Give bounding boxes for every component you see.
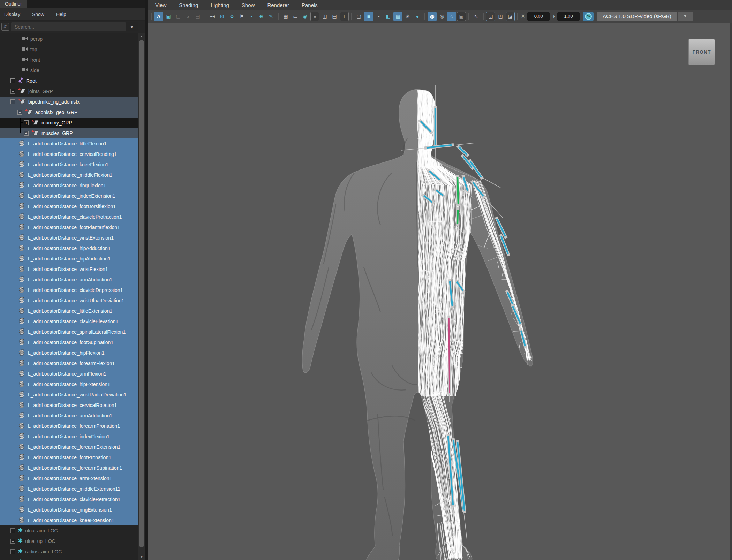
outliner-row[interactable]: L_adnLocatorDistance_hipAbduction1: [0, 253, 138, 264]
outliner-row[interactable]: +mummy_GRP: [0, 118, 138, 128]
outliner-row[interactable]: L_adnLocatorDistance_wristUlnarDeviation…: [0, 295, 138, 306]
gamma-field[interactable]: 1.00: [557, 12, 580, 21]
scroll-up-icon[interactable]: ▲: [138, 33, 145, 39]
expand-icon[interactable]: +: [24, 131, 29, 136]
anti-aliasing-icon[interactable]: ◌: [447, 12, 456, 21]
grease-pencil-icon[interactable]: ✎: [266, 12, 276, 21]
color-management-toggle[interactable]: ON: [583, 12, 594, 21]
grid-icon[interactable]: ▦: [281, 12, 290, 21]
letter-a-toggle-icon[interactable]: A: [154, 12, 163, 21]
depth-of-field-icon[interactable]: ▣: [457, 12, 466, 21]
outliner-row[interactable]: L_adnLocatorDistance_clavicleProtraction…: [0, 212, 138, 222]
outliner-row[interactable]: L_adnLocatorDistance_kneeExtension1: [0, 515, 138, 525]
viewport-canvas[interactable]: FRONT: [148, 23, 732, 560]
colorspace-dropdown-arrow-icon[interactable]: ▼: [678, 12, 693, 21]
shaded-cube-icon[interactable]: ■: [364, 12, 373, 21]
scroll-down-icon[interactable]: ▼: [138, 554, 145, 560]
expand-icon[interactable]: +: [10, 539, 15, 544]
outliner-row[interactable]: L_adnLocatorDistance_ringExtension1: [0, 505, 138, 515]
outliner-row[interactable]: L_adnLocatorDistance_clavicleDepression1: [0, 285, 138, 295]
outliner-row[interactable]: L_adnLocatorDistance_wristFlexion1: [0, 264, 138, 274]
colorspace-dropdown[interactable]: ACES 1.0 SDR-video (sRGB): [597, 12, 677, 21]
menu-shading[interactable]: Shading: [179, 2, 198, 8]
menu-panels[interactable]: Panels: [302, 2, 318, 8]
resolution-gate-icon[interactable]: ◉: [301, 12, 310, 21]
outliner-row[interactable]: front: [0, 55, 138, 65]
outliner-row[interactable]: L_adnLocatorDistance_forearmExtension1: [0, 442, 138, 452]
color-wheel-icon[interactable]: ◕: [183, 12, 193, 21]
field-chart-icon[interactable]: ◫: [320, 12, 329, 21]
menu-help[interactable]: Help: [56, 12, 66, 17]
outliner-row[interactable]: L_adnLocatorDistance_littleFlexion1: [0, 138, 138, 149]
lock-camera-icon[interactable]: ⊠: [218, 12, 227, 21]
outliner-row[interactable]: +✱: [0, 557, 138, 560]
outliner-row[interactable]: +muscles_GRP: [0, 128, 138, 138]
outliner-row[interactable]: L_adnLocatorDistance_middleExtension11: [0, 484, 138, 494]
menu-renderer[interactable]: Renderer: [267, 2, 289, 8]
menu-view[interactable]: View: [155, 2, 166, 8]
outliner-row[interactable]: L_adnLocatorDistance_wristExtension1: [0, 233, 138, 243]
outliner-row[interactable]: L_adnLocatorDistance_footPlantarflexion1: [0, 222, 138, 233]
isolate-selected-add-icon[interactable]: ◳: [496, 12, 505, 21]
wireframe-cube-icon[interactable]: ▢: [354, 12, 363, 21]
filter-icon[interactable]: ⇵: [1, 23, 9, 31]
outliner-row[interactable]: top: [0, 44, 138, 55]
search-input[interactable]: [11, 22, 126, 31]
expand-icon[interactable]: +: [10, 78, 15, 83]
pan-zoom-icon[interactable]: ⊕: [257, 12, 266, 21]
film-gate-icon[interactable]: ▭: [291, 12, 300, 21]
screen-space-ao-icon[interactable]: ◍: [428, 12, 437, 21]
outliner-tab[interactable]: Outliner: [0, 0, 27, 8]
search-dropdown-icon[interactable]: ▼: [126, 22, 138, 31]
outliner-row[interactable]: +✱ulna_aim_LOC: [0, 525, 138, 536]
outliner-row[interactable]: L_adnLocatorDistance_kneeFlexion1: [0, 159, 138, 170]
outliner-row[interactable]: L_adnLocatorDistance_cervicalBending1: [0, 149, 138, 159]
outliner-row[interactable]: L_adnLocatorDistance_armAbduction1: [0, 274, 138, 285]
outliner-row[interactable]: L_adnLocatorDistance_wristRadialDeviatio…: [0, 389, 138, 400]
shadows-icon[interactable]: ●: [413, 12, 422, 21]
outliner-scrollbar[interactable]: ▲ ▼: [138, 33, 145, 560]
collapse-icon[interactable]: −: [10, 99, 15, 104]
expand-icon[interactable]: +: [10, 89, 15, 94]
camera-attributes-icon[interactable]: ⚙: [227, 12, 236, 21]
highlight-frame-icon[interactable]: ▣: [164, 12, 173, 21]
lights-icon[interactable]: ☀: [403, 12, 412, 21]
isolate-select-icon[interactable]: ◱: [486, 12, 495, 21]
scrollbar-thumb[interactable]: [139, 40, 144, 547]
outliner-row[interactable]: +joints_GRP: [0, 86, 138, 97]
outliner-row[interactable]: L_adnLocatorDistance_clavicleRetraction1: [0, 494, 138, 505]
outliner-row[interactable]: L_adnLocatorDistance_footDorsiflexion1: [0, 201, 138, 212]
outliner-row[interactable]: L_adnLocatorDistance_hipExtension1: [0, 379, 138, 389]
outliner-row[interactable]: L_adnLocatorDistance_forearmFlexion1: [0, 358, 138, 369]
outliner-row[interactable]: L_adnLocatorDistance_spinalLateralFlexio…: [0, 327, 138, 337]
outliner-row[interactable]: L_adnLocatorDistance_footSupination1: [0, 337, 138, 348]
outliner-row[interactable]: L_adnLocatorDistance_hipFlexion1: [0, 348, 138, 358]
exposure-icon[interactable]: ✳: [521, 13, 525, 20]
outliner-row[interactable]: L_adnLocatorDistance_armAdduction1: [0, 410, 138, 421]
mummy-geometry[interactable]: [302, 89, 533, 560]
menu-display[interactable]: Display: [4, 12, 20, 17]
menu-show[interactable]: Show: [32, 12, 44, 17]
bookmark-icon[interactable]: ⚑: [237, 12, 246, 21]
textured-icon[interactable]: ▩: [393, 12, 402, 21]
outliner-row[interactable]: L_adnLocatorDistance_clavicleElevation1: [0, 316, 138, 327]
outliner-row[interactable]: L_adnLocatorDistance_forearmSupination1: [0, 463, 138, 473]
expand-icon[interactable]: +: [24, 120, 29, 125]
menu-show[interactable]: Show: [242, 2, 255, 8]
view-axis-gizmo[interactable]: FRONT: [689, 39, 715, 65]
outliner-row[interactable]: L_adnLocatorDistance_hipAdduction1: [0, 243, 138, 253]
outliner-row[interactable]: side: [0, 65, 138, 76]
exposure-field[interactable]: 0.00: [527, 12, 550, 21]
dashed-frame-icon[interactable]: ▢: [174, 12, 183, 21]
image-stack-icon[interactable]: ▤: [193, 12, 202, 21]
safe-title-icon[interactable]: T: [340, 12, 349, 21]
outliner-row[interactable]: +✱ulna_up_LOC: [0, 536, 138, 546]
outliner-row[interactable]: +✱radius_aim_LOC: [0, 546, 138, 557]
outliner-row[interactable]: L_adnLocatorDistance_middleFlexion1: [0, 170, 138, 180]
safe-action-icon[interactable]: ▤: [330, 12, 339, 21]
marquee-select-icon[interactable]: ↖: [471, 12, 481, 21]
outliner-row[interactable]: persp: [0, 34, 138, 44]
outliner-row[interactable]: L_adnLocatorDistance_armExtension1: [0, 473, 138, 484]
outliner-row[interactable]: −bipedmike_rig_adonisfx: [0, 97, 138, 107]
isolate-view-selected-icon[interactable]: ◪: [506, 12, 515, 21]
